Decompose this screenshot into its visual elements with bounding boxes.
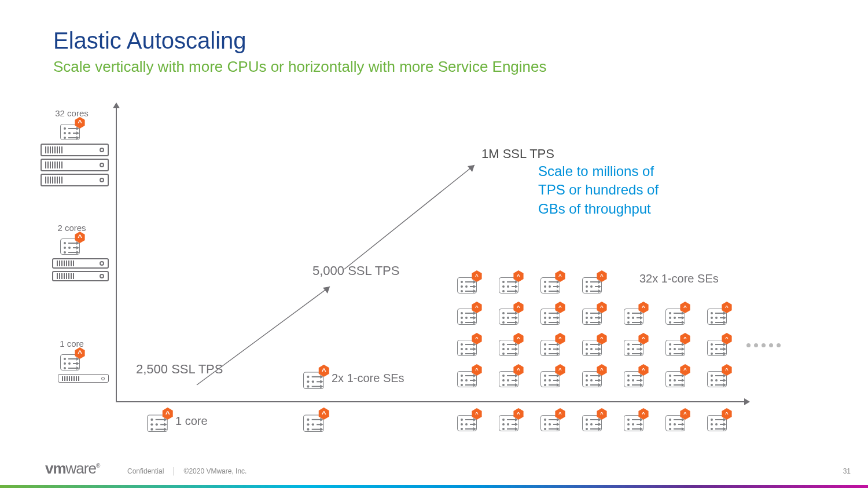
y-tick-label: 32 cores — [35, 108, 109, 118]
se-icon: ^ — [499, 304, 522, 325]
se-icon: ^ — [665, 335, 689, 356]
se-icon: ^ — [540, 366, 564, 387]
se-icon: ^ — [624, 410, 647, 431]
server-unit-icon — [41, 174, 109, 186]
slide-subtitle: Scale vertically with more CPUs or horiz… — [53, 58, 547, 76]
footer-gradient-bar — [0, 485, 868, 488]
svg-line-2 — [344, 165, 475, 269]
footer-confidential: Confidential │ ©2020 VMware, Inc. — [127, 467, 247, 475]
server-unit-icon — [52, 271, 109, 281]
ellipsis-more-icon — [746, 343, 781, 347]
se-icon: ^ — [457, 410, 480, 431]
x-tick-2se-lower: ^ — [304, 410, 327, 431]
se-icon: ^ — [60, 350, 83, 370]
se-icon: ^ — [707, 366, 730, 387]
x-tick-label: 1 core — [175, 414, 208, 428]
se-icon: ^ — [303, 410, 328, 432]
se-icon: ^ — [499, 410, 522, 431]
x-tick-2se-upper: ^ 2x 1-core SEs — [304, 368, 404, 388]
se-icon: ^ — [499, 366, 522, 387]
se-icon: ^ — [582, 304, 605, 325]
se-grid-row1: ^ ^ ^ ^ — [457, 273, 605, 293]
label-2500-tps: 2,500 SSL TPS — [136, 362, 223, 377]
se-icon: ^ — [457, 304, 480, 325]
se-icon: ^ — [457, 366, 480, 387]
slide-title: Elastic Autoscaling — [53, 28, 247, 54]
se-icon: ^ — [499, 335, 522, 356]
x-tick-label: 2x 1-core SEs — [332, 372, 404, 385]
svg-marker-1 — [323, 287, 330, 293]
se-icon: ^ — [665, 304, 689, 325]
se-icon: ^ — [624, 335, 647, 356]
se-icon: ^ — [540, 273, 564, 293]
se-icon: ^ — [665, 410, 689, 431]
se-icon: ^ — [582, 410, 605, 431]
confidential-text: Confidential — [127, 467, 164, 475]
page-number: 31 — [843, 467, 851, 475]
se-grid-rows-2-4: ^ ^ ^ ^ ^ ^ ^ ^ ^ ^ ^ ^ ^ ^ ^ ^ ^ ^ ^ ^ … — [457, 304, 730, 387]
se-icon: ^ — [303, 367, 328, 389]
se-icon: ^ — [457, 335, 480, 356]
y-tick-1-core: 1 core ^ — [35, 339, 109, 383]
slide: Elastic Autoscaling Scale vertically wit… — [0, 0, 868, 488]
label-1m-tps: 1M SSL TPS — [481, 146, 554, 162]
vmware-logo: vmware® — [45, 460, 100, 478]
scale-callout: Scale to millions of TPS or hundreds of … — [538, 162, 659, 218]
se-grid-row5: ^ ^ ^ ^ ^ ^ ^ — [457, 410, 730, 431]
scaling-chart: 2,500 SSL TPS 5,000 SSL TPS 1M SSL TPS S… — [116, 107, 746, 408]
y-tick-2-cores: 2 cores ^ — [35, 223, 109, 281]
se-icon: ^ — [540, 304, 564, 325]
y-tick-label: 1 core — [35, 339, 109, 348]
se-icon: ^ — [707, 410, 730, 431]
callout-line-2: TPS or hundreds of — [538, 181, 659, 199]
x-axis — [116, 401, 745, 402]
se-icon: ^ — [499, 273, 522, 293]
callout-line-3: GBs of throughput — [538, 200, 659, 218]
se-icon: ^ — [665, 366, 689, 387]
se-icon: ^ — [582, 366, 605, 387]
se-icon: ^ — [457, 273, 480, 293]
callout-line-1: Scale to millions of — [538, 162, 659, 181]
se-icon: ^ — [582, 335, 605, 356]
copyright-text: ©2020 VMware, Inc. — [184, 467, 247, 475]
y-tick-32-cores: 32 cores ^ — [35, 108, 109, 186]
label-5000-tps: 5,000 SSL TPS — [312, 263, 399, 278]
server-unit-icon — [58, 374, 109, 383]
y-axis — [116, 107, 117, 402]
se-icon: ^ — [707, 304, 730, 325]
se-icon: ^ — [147, 410, 171, 432]
se-icon: ^ — [582, 273, 605, 293]
svg-marker-3 — [468, 165, 475, 172]
se-icon: ^ — [540, 335, 564, 356]
se-icon: ^ — [60, 234, 83, 255]
se-icon: ^ — [707, 335, 730, 356]
y-tick-label: 2 cores — [35, 223, 109, 233]
server-unit-icon — [41, 159, 109, 171]
x-tick-1-core: ^ 1 core — [148, 410, 208, 431]
label-32x-se: 32x 1-core SEs — [639, 272, 719, 285]
se-icon: ^ — [60, 119, 83, 140]
server-unit-icon — [41, 144, 109, 156]
se-icon: ^ — [540, 410, 564, 431]
se-icon: ^ — [624, 304, 647, 325]
se-icon: ^ — [624, 366, 647, 387]
server-unit-icon — [52, 258, 109, 269]
